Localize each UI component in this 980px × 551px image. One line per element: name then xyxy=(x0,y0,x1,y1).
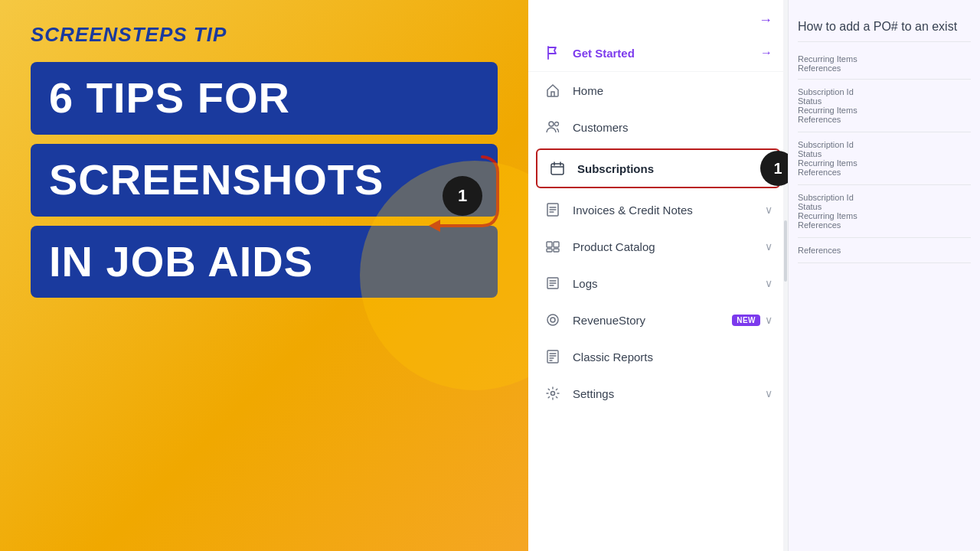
svg-rect-5 xyxy=(547,242,552,247)
content-label-recurring-1: Recurring Items xyxy=(798,54,971,64)
content-label-status-4: Status xyxy=(798,202,971,211)
screensteps-tip-label: SCREENSTEPS TIP xyxy=(31,23,498,47)
product-catalog-chevron-icon: ∨ xyxy=(765,240,773,253)
right-panel: → Get Started → Home xyxy=(528,0,980,551)
sidebar-item-home[interactable]: Home xyxy=(528,72,788,109)
revenue-story-icon xyxy=(544,311,562,329)
content-panel: How to add a PO# to an exist Recurring I… xyxy=(789,0,980,551)
sidebar-item-label-logs: Logs xyxy=(573,277,765,290)
nav-top-arrow-area: → xyxy=(528,0,788,34)
tips-title: 6 TIPS FOR xyxy=(49,76,479,121)
sidebar-item-label-subscriptions: Subscriptions xyxy=(577,162,768,175)
svg-rect-12 xyxy=(547,350,558,363)
settings-chevron-icon: ∨ xyxy=(765,387,773,399)
logs-chevron-icon: ∨ xyxy=(765,277,773,289)
settings-icon xyxy=(544,384,562,403)
home-icon xyxy=(544,81,562,99)
svg-rect-3 xyxy=(551,164,564,174)
sidebar-item-product-catalog[interactable]: Product Catalog ∨ xyxy=(528,228,788,265)
sidebar-item-classic-reports[interactable]: Classic Reports xyxy=(528,338,788,375)
svg-point-11 xyxy=(550,318,555,322)
sidebar-item-label-invoices: Invoices & Credit Notes xyxy=(573,204,765,217)
revenue-story-chevron-icon: ∨ xyxy=(765,314,773,326)
step-circle-left: 1 xyxy=(443,176,482,216)
sidebar-item-label-home: Home xyxy=(573,84,773,97)
svg-rect-7 xyxy=(547,249,552,252)
collapse-arrow-icon[interactable]: → xyxy=(759,12,773,28)
nav-sidebar: → Get Started → Home xyxy=(528,0,789,551)
content-label-sub-id-4: Subscription Id xyxy=(798,193,971,202)
sidebar-item-revenue-story[interactable]: RevenueStory NEW ∨ xyxy=(528,302,788,338)
content-label-references-3: References xyxy=(798,168,971,177)
page-title: How to add a PO# to an exist xyxy=(798,12,971,42)
content-label-references-2: References xyxy=(798,115,971,124)
content-section-3: Subscription Id Status Recurring Items R… xyxy=(798,132,971,185)
invoice-icon xyxy=(544,201,562,219)
content-label-sub-id-2: Subscription Id xyxy=(798,87,971,96)
content-label-references-1: References xyxy=(798,64,971,73)
new-badge: NEW xyxy=(732,315,760,326)
sidebar-item-label-revenue-story: RevenueStory xyxy=(573,314,727,327)
left-panel: SCREENSTEPS TIP 6 TIPS FOR SCREENSHOTS I… xyxy=(0,0,528,551)
get-started-arrow-icon: → xyxy=(760,46,773,60)
sidebar-item-label-product-catalog: Product Catalog xyxy=(573,240,765,253)
content-label-recurring-2: Recurring Items xyxy=(798,106,971,115)
svg-rect-6 xyxy=(554,242,559,247)
screenshots-title: SCREENSHOTS xyxy=(49,158,479,203)
svg-point-13 xyxy=(551,392,555,396)
logs-icon xyxy=(544,274,562,292)
subscriptions-highlight-wrapper: Subscriptions 1 xyxy=(536,148,780,188)
svg-marker-0 xyxy=(429,220,440,232)
content-section-4: Subscription Id Status Recurring Items R… xyxy=(798,185,971,238)
content-section-1: Recurring Items References xyxy=(798,48,971,80)
sidebar-item-label-get-started: Get Started xyxy=(573,47,760,60)
sidebar-item-label-settings: Settings xyxy=(573,387,765,400)
product-catalog-icon xyxy=(544,237,562,256)
sidebar-item-label-classic-reports: Classic Reports xyxy=(573,350,773,364)
sidebar-item-invoices[interactable]: Invoices & Credit Notes ∨ xyxy=(528,191,788,228)
svg-point-2 xyxy=(555,122,559,126)
content-label-status-2: Status xyxy=(798,96,971,106)
svg-point-1 xyxy=(549,122,554,126)
content-label-recurring-3: Recurring Items xyxy=(798,158,971,168)
content-label-status-3: Status xyxy=(798,149,971,158)
job-aids-title: IN JOB AIDS xyxy=(49,240,479,285)
sidebar-item-customers[interactable]: Customers xyxy=(528,109,788,145)
sidebar-item-subscriptions[interactable]: Subscriptions xyxy=(537,150,779,187)
sidebar-item-settings[interactable]: Settings ∨ xyxy=(528,375,788,412)
subscriptions-icon xyxy=(548,159,567,178)
customers-icon xyxy=(544,118,562,136)
content-label-references-5: References xyxy=(798,246,971,255)
content-label-references-4: References xyxy=(798,220,971,230)
invoices-chevron-icon: ∨ xyxy=(765,204,773,216)
svg-point-10 xyxy=(547,315,558,325)
content-label-recurring-4: Recurring Items xyxy=(798,211,971,220)
sidebar-item-get-started[interactable]: Get Started → xyxy=(528,34,788,71)
content-section-2: Subscription Id Status Recurring Items R… xyxy=(798,80,971,132)
tips-box: 6 TIPS FOR xyxy=(31,62,498,135)
sidebar-item-label-customers: Customers xyxy=(573,121,773,134)
content-label-sub-id-3: Subscription Id xyxy=(798,140,971,149)
sidebar-item-logs[interactable]: Logs ∨ xyxy=(528,265,788,302)
classic-reports-icon xyxy=(544,347,562,366)
subscriptions-highlight-box: Subscriptions xyxy=(536,148,780,188)
svg-rect-8 xyxy=(554,249,559,252)
content-section-5: References xyxy=(798,238,971,263)
flag-icon xyxy=(544,44,562,62)
